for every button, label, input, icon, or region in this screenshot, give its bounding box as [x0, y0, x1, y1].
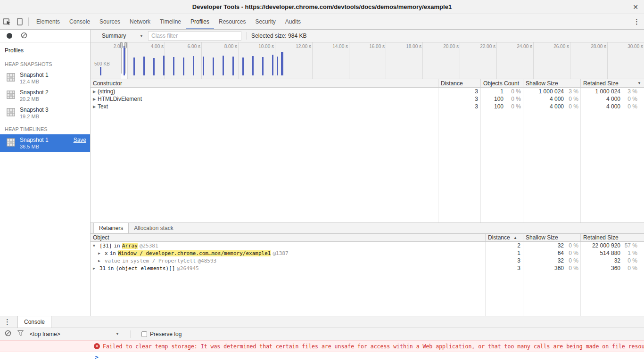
sidebar-panel-title: Profiles — [0, 42, 90, 57]
heap-snapshot-icon — [6, 90, 16, 101]
execution-context-select[interactable]: <top frame> ▼ — [30, 331, 119, 337]
close-window-icon[interactable]: ✕ — [633, 3, 638, 11]
preserve-log-checkbox[interactable] — [141, 331, 147, 337]
tab-console[interactable]: Console — [65, 14, 95, 29]
retainer-row[interactable]: ▶ 31 in (object elements)[] @264945 3 36… — [91, 264, 644, 272]
timeline-time-label: 20.00 s — [430, 44, 459, 49]
drawer-tabbar: ⋮ Console — [0, 316, 644, 328]
profiles-sidebar-toolbar — [0, 30, 90, 42]
sidebar-item-snapshot-3[interactable]: Snapshot 3 19.2 MB — [0, 104, 90, 122]
console-prompt[interactable]: > — [0, 352, 644, 362]
perspective-select[interactable]: Summary ▼ — [102, 33, 143, 39]
cell-retained-size-pct: 0 % — [620, 96, 644, 102]
save-link[interactable]: Save — [74, 137, 86, 143]
cell-shallow-size-pct: 0 % — [564, 103, 581, 110]
preserve-log-control[interactable]: Preserve log — [141, 331, 182, 337]
column-header-objects-count[interactable]: Objects Count — [481, 79, 523, 87]
cell-retained-size: 22 000 920 — [581, 242, 620, 249]
sort-ascending-icon: ▲ — [513, 236, 517, 240]
edge-name: 31 — [99, 265, 106, 272]
clear-console-icon[interactable] — [5, 330, 11, 338]
collapse-arrow-icon[interactable]: ▼ — [93, 244, 98, 248]
constructor-row-text[interactable]: ▶Text 3 1000 % 4 0000 % 4 0000 % — [91, 103, 644, 110]
cell-objects-count: 100 — [481, 103, 504, 110]
cell-retained-size-pct: 3 % — [620, 88, 644, 95]
keyword-in: in — [107, 265, 114, 272]
tab-elements[interactable]: Elements — [32, 14, 65, 29]
tab-audits[interactable]: Audits — [281, 14, 305, 29]
column-header-retained-size[interactable]: Retained Size — [581, 234, 644, 241]
class-filter-input[interactable] — [148, 31, 241, 41]
cell-shallow-size-pct: 0 % — [564, 96, 581, 102]
cell-shallow-size: 32 — [523, 242, 564, 249]
cell-shallow-size: 4 000 — [523, 96, 564, 102]
cell-shallow-size-pct: 0 % — [564, 250, 581, 256]
timeline-y-axis-label: 500 KB — [94, 61, 110, 66]
record-heap-icon[interactable] — [7, 33, 12, 39]
inspect-element-icon[interactable] — [0, 14, 14, 29]
retainer-row[interactable]: ▶ x in Window / developer.chrome.com…mos… — [91, 249, 644, 257]
retainer-row[interactable]: ▶ value in system / PropertyCell @48593 … — [91, 257, 644, 264]
expand-arrow-icon[interactable]: ▶ — [93, 105, 98, 109]
retainer-row[interactable]: ▼ [31] in Array @25381 2 320 % 22 000 92… — [91, 242, 644, 249]
overflow-menu-icon[interactable]: ⋮ — [629, 17, 644, 26]
tab-security[interactable]: Security — [250, 14, 280, 29]
tab-resources[interactable]: Resources — [214, 14, 250, 29]
cell-objects-count: 1 — [481, 88, 504, 95]
timeline-time-label: 30.00 s — [615, 44, 643, 49]
tab-sources[interactable]: Sources — [95, 14, 125, 29]
timeline-selection-handle-right[interactable] — [124, 42, 127, 49]
column-header-shallow-size[interactable]: Shallow Size — [523, 79, 581, 87]
heap-snapshot-icon — [6, 73, 16, 83]
cell-objects-count-pct: 0 % — [504, 96, 523, 102]
expand-arrow-icon[interactable]: ▶ — [93, 266, 98, 271]
cell-shallow-size-pct: 0 % — [564, 257, 581, 264]
heap-timeline-overview[interactable]: 500 KB 2.00 s4.00 s6.00 s8.00 s10.00 s12… — [91, 42, 644, 79]
sidebar-item-snapshot-2[interactable]: Snapshot 2 20.2 MB — [0, 87, 90, 104]
retainers-table-body: ▼ [31] in Array @25381 2 320 % 22 000 92… — [91, 242, 644, 316]
sidebar-item-snapshot-1[interactable]: Snapshot 1 12.4 MB — [0, 69, 90, 87]
error-icon: ✕ — [94, 343, 100, 349]
constructor-table-header: Constructor Distance Objects Count Shall… — [91, 79, 644, 88]
timeline-time-label: 22.00 s — [467, 44, 495, 49]
device-toolbar-icon[interactable] — [14, 14, 25, 29]
edge-name: [31] — [99, 243, 112, 249]
column-header-object[interactable]: Object — [91, 234, 486, 241]
tab-timeline[interactable]: Timeline — [155, 14, 186, 29]
timeline-time-label: 28.00 s — [578, 44, 606, 49]
heap-view-toolbar: Summary ▼ Selected size: 984 KB — [91, 30, 644, 42]
cell-shallow-size-pct: 0 % — [564, 242, 581, 249]
tab-profiles[interactable]: Profiles — [186, 14, 214, 29]
heap-snapshot-icon — [6, 138, 16, 148]
edge-name: value — [105, 258, 120, 264]
column-header-distance[interactable]: Distance — [438, 79, 481, 87]
keyword-in: in — [122, 258, 128, 264]
column-header-shallow-size[interactable]: Shallow Size — [523, 234, 581, 241]
expand-arrow-icon[interactable]: ▶ — [93, 97, 98, 101]
expand-arrow-icon[interactable]: ▶ — [98, 259, 103, 263]
constructor-row-htmldivelement[interactable]: ▶HTMLDivElement 3 1000 % 4 0000 % 4 0000… — [91, 95, 644, 103]
tab-allocation-stack[interactable]: Allocation stack — [129, 223, 178, 233]
column-header-constructor[interactable]: Constructor — [91, 79, 438, 87]
column-header-distance[interactable]: Distance ▲ — [486, 234, 523, 241]
constructor-row-string[interactable]: ▶(string) 3 10 % 1 000 0243 % 1 000 0243… — [91, 88, 644, 95]
drawer-tab-console[interactable]: Console — [17, 316, 51, 328]
tab-network[interactable]: Network — [125, 14, 155, 29]
tab-retainers[interactable]: Retainers — [93, 223, 129, 233]
expand-arrow-icon[interactable]: ▶ — [93, 90, 98, 94]
clear-profiles-icon[interactable] — [21, 32, 27, 40]
sidebar-item-timeline-snapshot-1[interactable]: Snapshot 1 36.5 MB Save — [0, 134, 90, 152]
cell-objects-count-pct: 0 % — [504, 88, 523, 95]
timeline-time-label: 6.00 s — [172, 44, 200, 49]
column-header-retained-size[interactable]: Retained Size ▼ — [581, 79, 644, 87]
execution-context-value: <top frame> — [30, 331, 60, 337]
expand-arrow-icon[interactable]: ▶ — [98, 251, 103, 255]
filter-icon[interactable] — [17, 330, 24, 337]
window-titlebar: Developer Tools - https://developer.chro… — [0, 0, 644, 14]
timeline-time-label: 14.00 s — [320, 44, 348, 49]
drawer-menu-icon[interactable]: ⋮ — [0, 316, 15, 328]
cell-shallow-size-pct: 3 % — [564, 88, 581, 95]
edge-name: x — [105, 250, 108, 256]
timeline-selection-handle-left[interactable] — [120, 42, 123, 49]
cell-distance: 3 — [486, 265, 523, 272]
